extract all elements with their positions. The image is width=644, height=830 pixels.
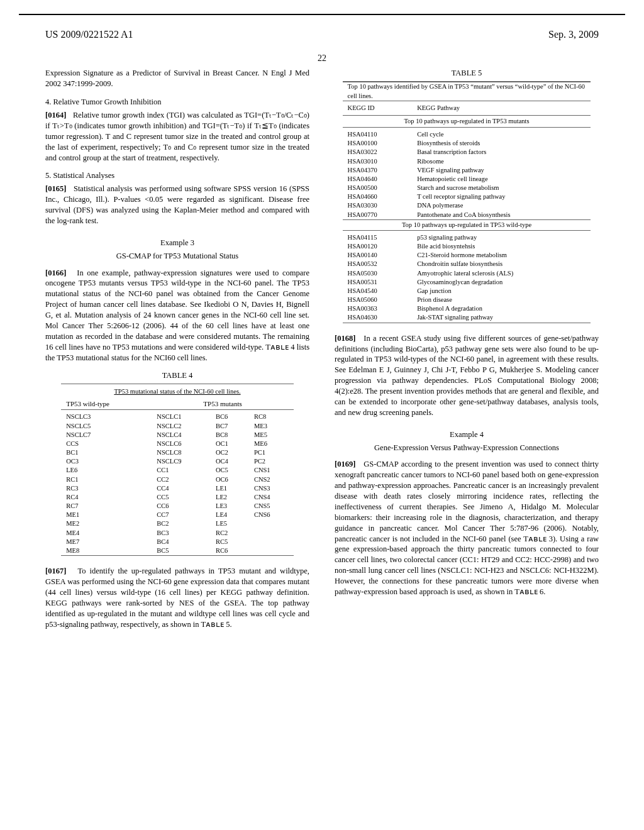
table-cell: RC7 — [61, 502, 152, 511]
table-cell: ME7 — [61, 538, 152, 546]
table-5: Top 10 pathways identified by GSEA in TP… — [343, 81, 591, 324]
table-5-sub-wildtype: Top 10 pathways up-regulated in TP53 wil… — [343, 219, 591, 230]
table-cell: PC1 — [249, 448, 294, 457]
table-row: RC4CC5LE2CNS4 — [61, 493, 294, 502]
table-cell: HSA03010 — [343, 157, 413, 166]
table-cell: CC5 — [152, 493, 211, 502]
table-row: HSA04540Gap junction — [343, 287, 591, 296]
table-cell: LE6 — [61, 466, 152, 475]
table-cell: PC2 — [249, 457, 294, 466]
table-cell: RC6 — [211, 546, 249, 556]
table-row: HSA00531Glycosaminoglycan degradation — [343, 278, 591, 287]
table-cell: CC2 — [152, 475, 211, 484]
table-row: HSA00140C21-Steroid hormone metabolism — [343, 251, 591, 260]
example-3-title: GS-CMAP for TP53 Mutational Status — [45, 251, 309, 262]
table-cell: LE2 — [211, 493, 249, 502]
table-4: TP53 mutational status of the NCI-60 cel… — [61, 384, 294, 557]
table-cell: NSCLC8 — [152, 448, 211, 457]
table-cell: BC2 — [152, 519, 211, 528]
table-cell: BC4 — [152, 538, 211, 546]
table-5-sub-mutants: Top 10 pathways up-regulated in TP53 mut… — [343, 115, 591, 127]
table-cell: ME5 — [249, 431, 294, 440]
table-cell: RC8 — [249, 412, 294, 421]
table-4-h1: TP53 wild-type — [61, 398, 152, 410]
table-cell: Cell cycle — [412, 130, 591, 139]
table-cell: CNS5 — [249, 502, 294, 511]
table-4-subtitle: TP53 mutational status of the NCI-60 cel… — [61, 386, 294, 397]
page-number: 22 — [45, 53, 599, 65]
table-cell: HSA00140 — [343, 251, 413, 260]
table-cell: Starch and sucrose metabolism — [412, 184, 591, 192]
table-cell: NSCLC9 — [152, 457, 211, 466]
table-row: HSA00100Biosynthesis of steroids — [343, 139, 591, 148]
table-cell: CCS — [61, 440, 152, 448]
table-cell: NSCLC2 — [152, 422, 211, 431]
table-cell: OC3 — [61, 457, 152, 466]
table-cell: OC1 — [211, 440, 249, 448]
table-row: HSA00120Bile acid biosyntehsis — [343, 242, 591, 251]
intro-tail: Expression Signature as a Predictor of S… — [45, 68, 309, 89]
paragraph-0165: [0165] Statistical analysis was performe… — [45, 184, 309, 226]
paragraph-0167: [0167] To identify the up-regulated path… — [45, 566, 309, 629]
table-4-h2: TP53 mutants — [152, 398, 294, 410]
table-cell: HSA00363 — [343, 304, 413, 313]
table-cell: HSA00531 — [343, 278, 413, 287]
table-cell: NSCLC6 — [152, 440, 211, 448]
table-5-caption: TABLE 5 — [335, 68, 599, 79]
table-cell: Ribosome — [412, 157, 591, 166]
para-text: Relative tumor growth index (TGI) was ca… — [45, 111, 309, 162]
table-row: ME4BC3RC2 — [61, 529, 294, 538]
table-row: HSA03010Ribosome — [343, 157, 591, 166]
table-cell: HSA00500 — [343, 184, 413, 192]
table-cell: T cell receptor signaling pathway — [412, 192, 591, 201]
table-row: HSA04640Hematopoietic cell lineage — [343, 175, 591, 184]
para-text: GS-CMAP according to the present inventi… — [335, 460, 599, 596]
para-number: [0165] — [45, 184, 66, 193]
table-cell: OC6 — [211, 475, 249, 484]
table-cell: LE3 — [211, 502, 249, 511]
table-cell: Glycosaminoglycan degradation — [412, 278, 591, 287]
table-5-head-pathway: KEGG Pathway — [412, 101, 591, 115]
table-row: HSA05030Amyotrophic lateral sclerosis (A… — [343, 269, 591, 278]
table-cell: NSCLC1 — [152, 412, 211, 421]
table-cell: C21-Steroid hormone metabolism — [412, 251, 591, 260]
table-row: ME7BC4RC5 — [61, 538, 294, 546]
table-cell: CNS6 — [249, 511, 294, 519]
table-cell: HSA00770 — [343, 211, 413, 220]
page-header: US 2009/0221522 A1 Sep. 3, 2009 — [45, 24, 599, 42]
table-row: NSCLC7NSCLC4BC8ME5 — [61, 431, 294, 440]
table-cell: RC2 — [211, 529, 249, 538]
table-cell: HSA04630 — [343, 313, 413, 323]
table-row: ME2BC2LE5 — [61, 519, 294, 528]
table-cell: LE5 — [211, 519, 249, 528]
table-row: BC1NSCLC8OC2PC1 — [61, 448, 294, 457]
paragraph-0166: [0166] In one example, pathway-expressio… — [45, 268, 309, 363]
table-row: HSA04660T cell receptor signaling pathwa… — [343, 192, 591, 201]
table-cell: BC7 — [211, 422, 249, 431]
table-cell: LE1 — [211, 484, 249, 493]
table-cell: BC8 — [211, 431, 249, 440]
table-row: HSA03030DNA polymerase — [343, 201, 591, 210]
table-cell: HSA04640 — [343, 175, 413, 184]
table-cell: LE4 — [211, 511, 249, 519]
table-cell: DNA polymerase — [412, 201, 591, 210]
example-4-title: Gene-Expression Versus Pathway-Expressio… — [335, 443, 599, 453]
table-cell: CNS1 — [249, 466, 294, 475]
para-text: In a recent GSEA study using five differ… — [335, 334, 599, 417]
table-row: RC1CC2OC6CNS2 — [61, 475, 294, 484]
table-cell: NSCLC5 — [61, 422, 152, 431]
table-row: HSA04115p53 signaling pathway — [343, 233, 591, 242]
table-cell: Prion disease — [412, 296, 591, 304]
para-text: To identify the up-regulated pathways in… — [45, 567, 309, 628]
table-cell: Jak-STAT signaling pathway — [412, 313, 591, 323]
table-row: HSA00532Chondroitin sulfate biosynthesis — [343, 260, 591, 268]
para-number: [0169] — [335, 460, 355, 468]
table-row: LE6CC1OC5CNS1 — [61, 466, 294, 475]
table-cell: HSA03022 — [343, 148, 413, 157]
table-row: NSCLC3NSCLC1BC6RC8 — [61, 412, 294, 421]
table-cell: ME3 — [249, 422, 294, 431]
table-cell: HSA04370 — [343, 166, 413, 175]
table-cell: BC5 — [152, 546, 211, 556]
table-cell: Biosynthesis of steroids — [412, 139, 591, 148]
table-5-title: Top 10 pathways identified by GSEA in TP… — [343, 82, 591, 101]
